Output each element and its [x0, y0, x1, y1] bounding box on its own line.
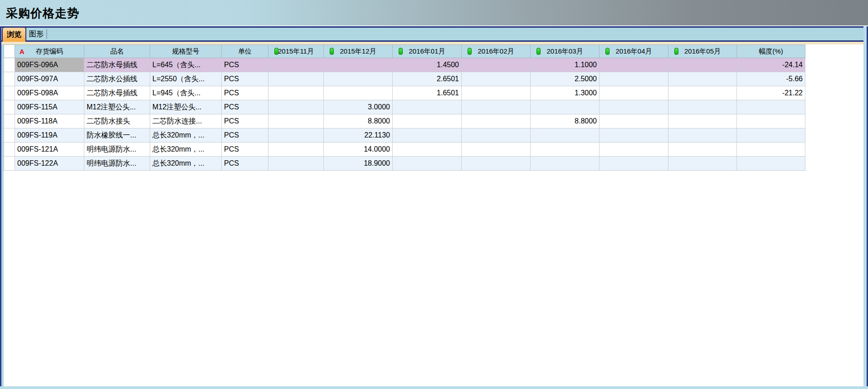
month-cell-5[interactable]: [600, 128, 668, 143]
month-cell-3[interactable]: [462, 58, 531, 72]
col-header-range[interactable]: 幅度(%): [737, 45, 805, 58]
month-cell-0[interactable]: [268, 58, 324, 72]
name-cell[interactable]: 防水橡胶线一...: [84, 128, 150, 143]
code-cell[interactable]: 009FS-118A: [15, 114, 84, 128]
month-cell-0[interactable]: [268, 157, 324, 171]
month-cell-2[interactable]: [393, 100, 462, 114]
row-selector-cell[interactable]: [4, 58, 15, 72]
row-selector-cell[interactable]: [4, 86, 15, 100]
month-cell-2[interactable]: 2.6501: [393, 72, 462, 86]
month-cell-6[interactable]: [668, 72, 737, 86]
unit-cell[interactable]: PCS: [222, 86, 268, 100]
range-cell[interactable]: [737, 157, 805, 171]
month-cell-4[interactable]: 1.3000: [531, 86, 600, 100]
col-header-month-1[interactable]: 2015年12月: [324, 45, 393, 58]
month-cell-4[interactable]: 8.8000: [531, 114, 600, 128]
col-header-code[interactable]: A存货编码: [15, 45, 84, 58]
spec-cell[interactable]: 二芯防水连接...: [150, 114, 222, 128]
spec-cell[interactable]: L=945（含头...: [150, 86, 222, 100]
month-cell-1[interactable]: 3.0000: [324, 100, 393, 114]
month-cell-4[interactable]: [531, 128, 600, 143]
month-cell-5[interactable]: [600, 114, 668, 128]
unit-cell[interactable]: PCS: [222, 128, 268, 143]
month-cell-2[interactable]: [393, 128, 462, 143]
month-cell-5[interactable]: [600, 157, 668, 171]
month-cell-0[interactable]: [268, 72, 324, 86]
range-cell[interactable]: -24.14: [737, 58, 805, 72]
spec-cell[interactable]: L=645（含头...: [150, 58, 222, 72]
row-selector-cell[interactable]: [4, 114, 15, 128]
name-cell[interactable]: M12注塑公头...: [84, 100, 150, 114]
month-cell-1[interactable]: 14.0000: [324, 143, 393, 157]
month-cell-4[interactable]: [531, 100, 600, 114]
month-cell-3[interactable]: [462, 128, 531, 143]
col-header-name[interactable]: 品名: [84, 45, 150, 58]
row-selector-cell[interactable]: [4, 72, 15, 86]
unit-cell[interactable]: PCS: [222, 143, 268, 157]
code-cell[interactable]: 009FS-119A: [15, 128, 84, 143]
spec-cell[interactable]: 总长320mm，...: [150, 143, 222, 157]
spec-cell[interactable]: M12注塑公头...: [150, 100, 222, 114]
row-selector-cell[interactable]: [4, 100, 15, 114]
month-cell-4[interactable]: [531, 157, 600, 171]
month-cell-2[interactable]: [393, 143, 462, 157]
row-selector-cell[interactable]: [4, 157, 15, 171]
month-cell-6[interactable]: [668, 128, 737, 143]
code-cell[interactable]: 009FS-122A: [15, 157, 84, 171]
month-cell-1[interactable]: 8.8000: [324, 114, 393, 128]
month-cell-6[interactable]: [668, 114, 737, 128]
month-cell-0[interactable]: [268, 128, 324, 143]
tab-browse[interactable]: 浏览: [2, 27, 26, 42]
name-cell[interactable]: 二芯防水公插线: [84, 72, 150, 86]
col-header-month-5[interactable]: 2016年04月: [600, 45, 668, 58]
month-cell-5[interactable]: [600, 143, 668, 157]
month-cell-0[interactable]: [268, 86, 324, 100]
spec-cell[interactable]: L=2550（含头...: [150, 72, 222, 86]
month-cell-6[interactable]: [668, 143, 737, 157]
month-cell-1[interactable]: 18.9000: [324, 157, 393, 171]
name-cell[interactable]: 二芯防水母插线: [84, 86, 150, 100]
month-cell-4[interactable]: 1.1000: [531, 58, 600, 72]
month-cell-0[interactable]: [268, 100, 324, 114]
col-header-month-6[interactable]: 2016年05月: [668, 45, 737, 58]
month-cell-6[interactable]: [668, 86, 737, 100]
month-cell-5[interactable]: [600, 58, 668, 72]
month-cell-1[interactable]: [324, 58, 393, 72]
month-cell-3[interactable]: [462, 157, 531, 171]
month-cell-1[interactable]: [324, 72, 393, 86]
code-cell[interactable]: 009FS-121A: [15, 143, 84, 157]
code-cell[interactable]: 009FS-097A: [15, 72, 84, 86]
month-cell-6[interactable]: [668, 157, 737, 171]
unit-cell[interactable]: PCS: [222, 114, 268, 128]
range-cell[interactable]: [737, 114, 805, 128]
month-cell-6[interactable]: [668, 100, 737, 114]
month-cell-6[interactable]: [668, 58, 737, 72]
col-header-month-4[interactable]: 2016年03月: [531, 45, 600, 58]
col-header-month-2[interactable]: 2016年01月: [393, 45, 462, 58]
month-cell-4[interactable]: [531, 143, 600, 157]
month-cell-5[interactable]: [600, 86, 668, 100]
spec-cell[interactable]: 总长320mm，...: [150, 157, 222, 171]
month-cell-3[interactable]: [462, 86, 531, 100]
month-cell-1[interactable]: [324, 86, 393, 100]
month-cell-3[interactable]: [462, 72, 531, 86]
month-cell-0[interactable]: [268, 143, 324, 157]
month-cell-5[interactable]: [600, 72, 668, 86]
month-cell-4[interactable]: 2.5000: [531, 72, 600, 86]
month-cell-3[interactable]: [462, 143, 531, 157]
row-selector-header[interactable]: [4, 45, 15, 58]
month-cell-2[interactable]: 1.6501: [393, 86, 462, 100]
name-cell[interactable]: 明纬电源防水...: [84, 157, 150, 171]
month-cell-0[interactable]: [268, 114, 324, 128]
unit-cell[interactable]: PCS: [222, 72, 268, 86]
col-header-unit[interactable]: 单位: [222, 45, 268, 58]
month-cell-2[interactable]: [393, 114, 462, 128]
month-cell-3[interactable]: [462, 114, 531, 128]
name-cell[interactable]: 明纬电源防水...: [84, 143, 150, 157]
name-cell[interactable]: 二芯防水母插线: [84, 58, 150, 72]
month-cell-1[interactable]: 22.1130: [324, 128, 393, 143]
range-cell[interactable]: -21.22: [737, 86, 805, 100]
range-cell[interactable]: [737, 143, 805, 157]
range-cell[interactable]: [737, 100, 805, 114]
name-cell[interactable]: 二芯防水接头: [84, 114, 150, 128]
